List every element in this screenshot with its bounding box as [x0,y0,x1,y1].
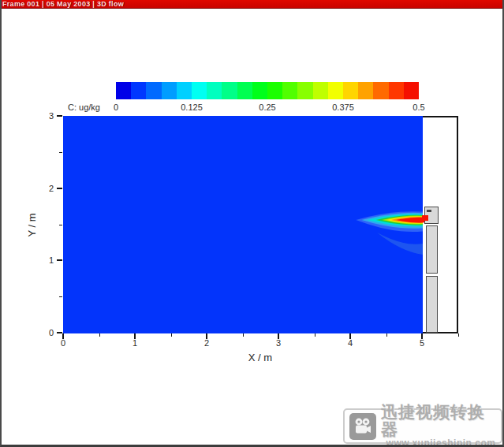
legend-tick-label: 0.25 [259,102,275,112]
video-camera-icon [349,413,376,440]
colorbar-segment [313,82,328,99]
y-tick-major [57,115,62,117]
colorbar-segment [267,82,282,99]
wall-obstacle-block [426,225,438,274]
plume-lower-lobe [377,233,423,255]
colorbar-segment [358,82,373,99]
legend-colorbar [116,82,419,99]
y-tick-label: 2 [33,184,54,193]
y-tick-minor [59,296,62,297]
y-tick-minor [59,225,62,225]
y-tick-minor [59,152,62,153]
x-tick-minor [171,333,172,337]
colorbar-segment [389,82,404,99]
colorbar-segment [116,82,131,99]
colorbar-segment [207,82,222,99]
frame-title-text: Frame 001 | 05 May 2003 | 3D flow [0,0,504,9]
colorbar-segment [131,82,146,99]
x-tick-label: 0 [53,338,73,348]
jet-source [422,215,428,221]
y-tick-label: 3 [33,111,54,121]
y-tick-major [57,259,62,261]
x-tick-minor [386,333,387,337]
y-tick-major [57,188,62,189]
plume-contours [63,116,434,333]
legend-tick-label: 0.125 [181,102,203,112]
colorbar-segment [252,82,267,99]
y-tick-major [57,332,62,333]
legend-label: C: ug/kg [68,102,100,112]
x-tick-minor [243,333,244,337]
x-tick-label: 3 [268,338,289,348]
colorbar-segment [297,82,312,99]
wall-obstacle-block [426,276,438,333]
x-tick-label: 4 [340,338,360,348]
y-axis-title: Y / m [26,202,38,249]
x-tick-label: 5 [412,338,432,348]
colorbar-segment [192,82,207,99]
colorbar-segment [343,82,358,99]
x-tick-minor [315,333,315,337]
colorbar-segment [177,82,192,99]
y-tick-label: 0 [33,328,54,337]
colorbar-segment [146,82,161,99]
x-tick-minor [99,333,100,337]
watermark-banner[interactable]: 迅捷视频转换器 www.xunjieshipin.com [343,408,502,444]
colorbar-segment [237,82,252,99]
colorbar-segment [404,82,419,99]
watermark-url[interactable]: www.xunjieshipin.com [386,438,496,447]
colorbar-segment [328,82,343,99]
watermark-title: 迅捷视频转换器 [381,404,501,438]
y-tick-label: 1 [33,255,54,265]
colorbar-segment [282,82,297,99]
x-tick-minor [458,333,459,337]
frame-title-bar: Frame 001 | 05 May 2003 | 3D flow [0,0,504,9]
colorbar-segment [162,82,177,99]
legend-tick-label: 0.5 [413,102,424,112]
legend-tick-label: 0 [114,102,118,112]
colorbar-segment [222,82,237,99]
obstacle-marker-icon [427,210,431,212]
legend-tick-label: 0.375 [332,102,354,112]
video-frame: Frame 001 | 05 May 2003 | 3D flow C: ug/… [0,0,504,447]
x-tick-label: 1 [125,338,145,348]
x-axis-title: X / m [229,352,292,363]
watermark-text: 迅捷视频转换器 www.xunjieshipin.com [381,404,501,447]
colorbar-segment [373,82,388,99]
x-tick-label: 2 [196,338,217,348]
